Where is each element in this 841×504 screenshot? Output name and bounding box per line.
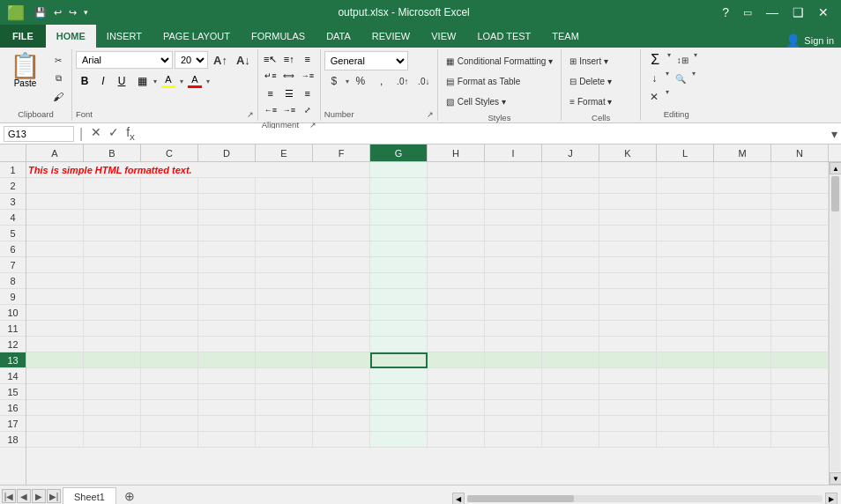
undo-quick-btn[interactable]: ↩ [51,5,64,20]
row-17[interactable]: 17 [0,416,26,432]
cell-M16[interactable] [714,400,771,416]
cell-M11[interactable] [714,321,771,337]
cell-E4[interactable] [256,210,313,226]
cell-J9[interactable] [542,289,599,305]
cell-H18[interactable] [428,432,485,448]
cell-N11[interactable] [771,321,829,337]
cell-N4[interactable] [771,210,829,226]
cell-I4[interactable] [485,210,542,226]
cell-G14[interactable] [370,368,428,384]
fill-btn[interactable]: ↓ [644,70,664,87]
cell-G6[interactable] [370,241,428,257]
borders-button[interactable]: ▦ [131,72,153,90]
cell-I16[interactable] [485,400,542,416]
cell-B3[interactable] [84,194,141,210]
h-scroll-thumb[interactable] [467,495,574,502]
cell-F14[interactable] [313,368,370,384]
cell-E16[interactable] [256,400,313,416]
cell-C16[interactable] [141,400,198,416]
scroll-up-btn[interactable]: ▲ [830,162,841,174]
decrease-font-btn[interactable]: A↓ [233,51,254,69]
scroll-down-btn[interactable]: ▼ [830,472,841,485]
cell-H10[interactable] [428,305,485,321]
cell-N13[interactable] [771,352,829,368]
fill-color-button[interactable]: A [158,72,179,90]
cell-D4[interactable] [198,210,256,226]
tab-home[interactable]: HOME [46,25,96,48]
cell-H17[interactable] [428,416,485,432]
cell-D5[interactable] [198,226,256,241]
cell-L11[interactable] [657,321,714,337]
redo-quick-btn[interactable]: ↪ [66,5,79,20]
cell-E11[interactable] [256,321,313,337]
cell-C18[interactable] [141,432,198,448]
cell-I17[interactable] [485,416,542,432]
cell-J2[interactable] [542,178,599,194]
format-as-table-btn[interactable]: ▤ Format as Table [442,71,525,91]
cell-C2[interactable] [141,178,198,194]
minimize-btn[interactable]: — [761,0,784,25]
align-right-btn[interactable]: ≡ [299,85,316,101]
col-header-G[interactable]: G [370,145,428,161]
cell-N18[interactable] [771,432,829,448]
wrap-btn[interactable]: ↵≡ [262,68,279,84]
cell-I9[interactable] [485,289,542,305]
cell-A15[interactable] [26,384,84,400]
col-header-I[interactable]: I [485,145,542,161]
cell-K6[interactable] [599,241,657,257]
cell-E15[interactable] [256,384,313,400]
cell-I12[interactable] [485,337,542,352]
cell-B7[interactable] [84,257,141,273]
cell-K8[interactable] [599,273,657,289]
cell-E17[interactable] [256,416,313,432]
borders-dropdown[interactable]: ▾ [153,78,157,85]
cell-M5[interactable] [714,226,771,241]
increase-font-btn[interactable]: A↑ [210,51,231,69]
cell-H4[interactable] [428,210,485,226]
cell-F12[interactable] [313,337,370,352]
cell-N3[interactable] [771,194,829,210]
tab-file[interactable]: FILE [0,25,46,48]
cell-L10[interactable] [657,305,714,321]
cell-F13[interactable] [313,352,370,368]
cell-G7[interactable] [370,257,428,273]
format-btn[interactable]: ≡ Format ▾ [565,92,616,111]
tab-data[interactable]: DATA [316,25,361,48]
cell-A5[interactable] [26,226,84,241]
cell-G17[interactable] [370,416,428,432]
cell-J14[interactable] [542,368,599,384]
row-11[interactable]: 11 [0,321,26,337]
signin-area[interactable]: 👤 Sign in [785,33,841,48]
cell-B4[interactable] [84,210,141,226]
cell-K11[interactable] [599,321,657,337]
name-box[interactable] [4,126,74,142]
scroll-thumb[interactable] [831,176,839,211]
cell-D11[interactable] [198,321,256,337]
find-select-btn[interactable]: 🔍 [671,70,690,87]
cell-N9[interactable] [771,289,829,305]
cell-H11[interactable] [428,321,485,337]
prev-sheet-btn[interactable]: ◀ [17,489,31,503]
cell-C15[interactable] [141,384,198,400]
cell-J5[interactable] [542,226,599,241]
fill-dropdown-btn[interactable]: ▾ [666,70,669,87]
cut-button[interactable]: ✂ [48,51,68,69]
close-btn[interactable]: ✕ [813,0,834,25]
cell-N8[interactable] [771,273,829,289]
cell-G10[interactable] [370,305,428,321]
signin-label[interactable]: Sign in [804,35,834,46]
merge-btn[interactable]: ⟺ [280,68,298,84]
cell-H9[interactable] [428,289,485,305]
cell-F9[interactable] [313,289,370,305]
maximize-btn[interactable]: ❑ [787,0,809,25]
cell-D2[interactable] [198,178,256,194]
cell-B16[interactable] [84,400,141,416]
paste-button[interactable]: 📋 Paste [4,51,47,91]
sort-dropdown[interactable]: ▾ [694,51,697,69]
sum-dropdown[interactable]: ▾ [667,51,671,69]
currency-btn[interactable]: $ [324,72,344,90]
row-18[interactable]: 18 [0,432,26,448]
cell-A4[interactable] [26,210,84,226]
cell-I6[interactable] [485,241,542,257]
cell-E10[interactable] [256,305,313,321]
